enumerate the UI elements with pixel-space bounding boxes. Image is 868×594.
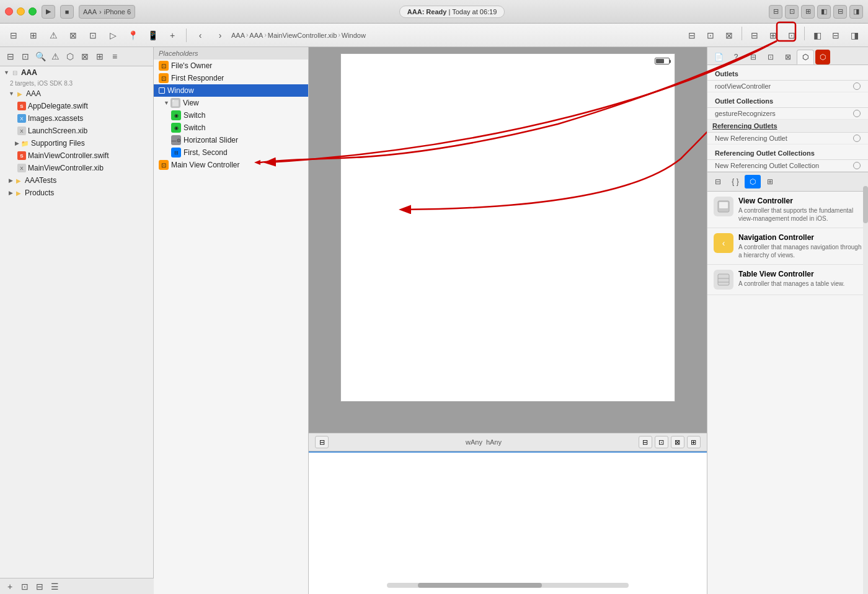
size-inspector-tab[interactable]: ⊠ <box>779 50 797 64</box>
page-icon-btn[interactable]: ⊟ <box>315 436 329 448</box>
version-editor-btn[interactable]: ⊠ <box>720 27 738 44</box>
window-item[interactable]: Window <box>154 84 308 97</box>
file-inspector-tab[interactable]: 📄 <box>710 50 727 64</box>
add-editor-btn[interactable]: ⊡ <box>783 27 800 44</box>
quick-open-btn[interactable]: ⊞ <box>764 27 782 44</box>
search-navigator-btn[interactable]: 🔍 <box>33 50 47 63</box>
issues-button[interactable]: ⊠ <box>64 27 82 44</box>
aaatests-group[interactable]: ▶ ▶ AAATests <box>0 174 153 187</box>
files-owner-label: File's Owner <box>171 61 212 70</box>
jump-bar-btn[interactable]: ⊟ <box>746 27 763 44</box>
bp-nav-btn[interactable]: ⊞ <box>93 50 107 63</box>
appdelegate-item[interactable]: S AppDelegate.swift <box>0 100 153 112</box>
minimize-button[interactable] <box>17 7 25 16</box>
inspector-toggle[interactable]: ◨ <box>849 5 863 19</box>
mainvc-xib-item[interactable]: X MainViewController.xib <box>0 162 153 174</box>
filter-btn[interactable]: ⊟ <box>33 580 46 593</box>
scheme-selector[interactable]: AAA › iPhone 6 <box>79 5 135 19</box>
navigator-btn[interactable]: ◧ <box>808 27 826 44</box>
size-class-btn-4[interactable]: ⊞ <box>687 436 701 448</box>
location-button[interactable]: 📍 <box>124 27 141 44</box>
back-button[interactable]: ⊟ <box>5 27 22 44</box>
editor-mode-btn-2[interactable]: ⊡ <box>785 5 799 19</box>
table-lib-icon <box>714 270 733 290</box>
hierarchy-btn[interactable]: ☰ <box>48 580 61 593</box>
mainvc-swift-item[interactable]: S MainViewController.swift <box>0 149 153 162</box>
sym-navigator-btn[interactable]: ⊡ <box>19 50 32 63</box>
log-nav-btn[interactable]: ≡ <box>108 50 122 63</box>
breadcrumb-window[interactable]: Window <box>342 32 366 39</box>
switch-2-item[interactable]: ◉ Switch <box>154 122 308 134</box>
view-item[interactable]: ▼ ⬜ View <box>154 97 308 109</box>
new-ref-circle[interactable] <box>853 135 861 142</box>
breadcrumb-xib[interactable]: MainViewController.xib <box>268 32 337 39</box>
products-group[interactable]: ▶ ▶ Products <box>0 187 153 199</box>
navigator-toggle[interactable]: ◧ <box>817 5 831 19</box>
launchscreen-item[interactable]: X LaunchScreen.xib <box>0 125 153 137</box>
breakpoints-button[interactable]: ⊡ <box>84 27 102 44</box>
table-vc-lib-item[interactable]: Table View Controller A controller that … <box>707 265 868 295</box>
vc-lib-title: View Controller <box>738 197 862 205</box>
project-root[interactable]: ▼ ⊟ AAA <box>0 66 153 79</box>
connections-inspector-tab[interactable]: ⬡ <box>797 50 814 64</box>
navigator-sidebar: ⊟ ⊡ 🔍 ⚠ ⬡ ⊠ ⊞ ≡ ▼ ⊟ AAA 2 targets, iOS S… <box>0 47 154 594</box>
file-navigator-btn[interactable]: ⊟ <box>4 50 17 63</box>
size-class-btn-2[interactable]: ⊡ <box>655 436 668 448</box>
media-lib-tab[interactable]: { } <box>727 175 743 188</box>
standard-editor-btn[interactable]: ⊟ <box>683 27 701 44</box>
new-ref-coll-circle[interactable] <box>853 162 861 169</box>
outlets-header: Outlets <box>707 65 868 81</box>
inspector-btn[interactable]: ⊟ <box>827 27 844 44</box>
debug-toggle[interactable]: ⊟ <box>833 5 847 19</box>
canvas-area[interactable]: ⊟ wAny hAny ⊟ ⊡ ⊠ ⊞ <box>309 47 707 594</box>
scheme-run-button[interactable]: ▶ <box>42 5 55 19</box>
open-folder-button[interactable]: ⊞ <box>25 27 42 44</box>
fullscreen-button[interactable] <box>29 7 37 16</box>
files-owner-item[interactable]: ⊡ File's Owner <box>154 60 308 72</box>
nav-controller-lib-item[interactable]: ‹ Navigation Controller A controller tha… <box>707 228 868 265</box>
slider-item[interactable]: —⊙ Horizontal Slider <box>154 134 308 146</box>
debug-nav-btn[interactable]: ⊠ <box>78 50 92 63</box>
breadcrumb-aaa-1[interactable]: AAA <box>231 32 245 39</box>
nav-back[interactable]: ‹ <box>192 27 209 44</box>
view-controller-lib-item[interactable]: View Controller A controller that suppor… <box>707 192 868 228</box>
highlighted-connections-btn[interactable]: ⬡ <box>815 50 830 64</box>
assistant-editor-btn[interactable]: ⊡ <box>702 27 719 44</box>
attributes-inspector-tab[interactable]: ⊡ <box>762 50 779 64</box>
separator <box>186 29 187 42</box>
recent-files-btn[interactable]: ⊡ <box>19 580 31 593</box>
scheme-stop-button[interactable]: ■ <box>60 5 74 19</box>
quick-help-tab[interactable]: ? <box>727 50 745 64</box>
snippets-lib-tab[interactable]: ⊞ <box>762 175 778 188</box>
segmented-item[interactable]: ⊟ First, Second <box>154 146 308 159</box>
size-class-btn-3[interactable]: ⊠ <box>671 436 684 448</box>
switch-1-item[interactable]: ◉ Switch <box>154 109 308 122</box>
right-scrollbar[interactable] <box>863 174 868 594</box>
simulator-button[interactable]: 📱 <box>144 27 161 44</box>
add-btn[interactable]: + <box>164 27 181 44</box>
run-tests-button[interactable]: ▷ <box>104 27 122 44</box>
close-button[interactable] <box>5 7 13 16</box>
nav-forward[interactable]: › <box>211 27 229 44</box>
editor-mode-btn-1[interactable]: ⊟ <box>769 5 782 19</box>
breadcrumb-aaa-2[interactable]: AAA <box>249 32 263 39</box>
gesture-circle[interactable] <box>853 110 861 117</box>
identity-inspector-tab[interactable]: ⊟ <box>745 50 762 64</box>
issues-nav-btn[interactable]: ⚠ <box>48 50 62 63</box>
first-responder-item[interactable]: ⊡ First Responder <box>154 72 308 84</box>
supporting-files-item[interactable]: ▶ 📁 Supporting Files <box>0 137 153 149</box>
rootvc-circle[interactable] <box>853 82 861 90</box>
main-vc-item[interactable]: ⊡ Main View Controller <box>154 159 308 171</box>
view-icon: ⬜ <box>170 98 180 108</box>
images-item[interactable]: X Images.xcassets <box>0 112 153 125</box>
h-scrollbar[interactable] <box>387 583 629 588</box>
connections-lib-tab[interactable]: ⬡ <box>745 175 761 188</box>
warning-button[interactable]: ⚠ <box>45 27 62 44</box>
add-file-btn[interactable]: + <box>4 580 16 593</box>
size-class-btn-1[interactable]: ⊟ <box>639 436 652 448</box>
editor-mode-btn-3[interactable]: ⊞ <box>801 5 815 19</box>
aaa-group[interactable]: ▼ ▶ AAA <box>0 87 153 100</box>
utility-btn[interactable]: ◨ <box>846 27 863 44</box>
test-nav-btn[interactable]: ⬡ <box>63 50 77 63</box>
objects-lib-tab[interactable]: ⊟ <box>710 175 726 188</box>
